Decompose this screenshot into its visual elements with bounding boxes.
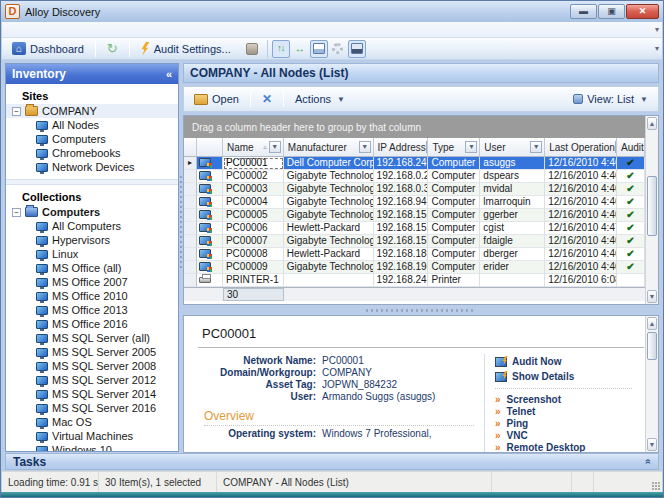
preview-pane-toggle[interactable]	[348, 40, 366, 58]
toolbar-overflow-chevron-icon[interactable]: ▾	[655, 44, 662, 53]
cell-type[interactable]: Computer	[428, 261, 480, 274]
sidebar-collection-item[interactable]: MS SQL Server 2005	[6, 345, 178, 359]
cell-ip-address[interactable]: 192.168.155.1	[374, 235, 429, 248]
delete-button[interactable]: ✕	[256, 89, 278, 109]
cell-manufacturer[interactable]: Gigabyte Technology C	[284, 183, 374, 196]
cell-type[interactable]: Computer	[428, 248, 480, 261]
actions-dropdown-button[interactable]: Actions ▼	[289, 90, 351, 108]
cell-name[interactable]: PRINTER-1	[223, 274, 284, 287]
table-row[interactable]: PC00006 Hewlett-Packard 192.168.151.1 Co…	[184, 222, 645, 235]
cell-type[interactable]: Computer	[428, 235, 480, 248]
sidebar-collection-item[interactable]: MS Office 2013	[6, 303, 178, 317]
sidebar-collection-item[interactable]: MS SQL Server (all)	[6, 331, 178, 345]
horizontal-panes-toggle[interactable]: ↔	[291, 40, 309, 58]
title-bar[interactable]: D Alloy Discovery ▬ ▣ ✕	[1, 1, 663, 22]
close-button[interactable]: ✕	[626, 4, 659, 19]
tool-link[interactable]: » Telnet	[495, 406, 644, 417]
cell-ip-address[interactable]: 192.168.243.1	[374, 274, 429, 287]
cell-user[interactable]: dberger	[480, 248, 545, 261]
cell-audited[interactable]: ✔	[617, 222, 645, 235]
cell-manufacturer[interactable]: Gigabyte Technology C	[284, 209, 374, 222]
cell-user[interactable]: ggerber	[480, 209, 545, 222]
tool-link[interactable]: » Screenshot	[495, 394, 644, 405]
column-header-type[interactable]: Type ▼	[428, 138, 480, 156]
sidebar-collection-item[interactable]: MS SQL Server 2012	[6, 373, 178, 387]
sidebar-collection-item[interactable]: MS Office 2010	[6, 289, 178, 303]
cell-name[interactable]: PC00003	[223, 183, 284, 196]
cell-user[interactable]: cgist	[480, 222, 545, 235]
minimize-button[interactable]: ▬	[570, 4, 597, 19]
sidebar-collection-item[interactable]: Windows 10	[6, 443, 178, 451]
detail-vertical-scrollbar[interactable]: ▲ ▼	[645, 316, 658, 452]
table-row[interactable]: PC00007 Gigabyte Technology C 192.168.15…	[184, 235, 645, 248]
cell-last-operation[interactable]: 12/16/2010 6:08:2	[545, 274, 617, 287]
maximize-button[interactable]: ▣	[598, 4, 625, 19]
table-row[interactable]: PC00005 Gigabyte Technology C 192.168.15…	[184, 209, 645, 222]
dashboard-button[interactable]: ⌂ Dashboard	[6, 39, 90, 58]
sidebar-site-item[interactable]: Computers	[6, 132, 178, 146]
cell-type[interactable]: Printer	[428, 274, 480, 287]
cell-type[interactable]: Computer	[428, 209, 480, 222]
split-pane-toggle[interactable]	[310, 40, 328, 58]
column-header-ip-address[interactable]: IP Address ▼	[374, 138, 429, 156]
cell-name[interactable]: PC00005	[223, 209, 284, 222]
grid-detail-splitter[interactable]	[183, 305, 659, 315]
cell-type[interactable]: Computer	[428, 222, 480, 235]
cell-ip-address[interactable]: 192.168.194.1	[374, 261, 429, 274]
detail-action-link[interactable]: Audit Now	[495, 356, 644, 367]
table-row[interactable]: PC00003 Gigabyte Technology C 192.168.0.…	[184, 183, 645, 196]
column-header-audited[interactable]: Audite ▼	[617, 138, 645, 156]
table-row[interactable]: PC00008 Hewlett-Packard 192.168.180.2 Co…	[184, 248, 645, 261]
cell-ip-address[interactable]: 192.168.94.10	[374, 196, 429, 209]
cell-manufacturer[interactable]: Hewlett-Packard	[284, 248, 374, 261]
menu-item[interactable]	[6, 32, 18, 34]
cell-audited[interactable]: ✔	[617, 183, 645, 196]
tasks-collapse-icon[interactable]: »	[643, 459, 654, 465]
refresh-button[interactable]: ↻	[101, 39, 124, 58]
cell-audited[interactable]: ✔	[617, 248, 645, 261]
column-header-name[interactable]: Name ▵ ▼	[223, 138, 284, 156]
filter-dropdown-icon[interactable]: ▼	[530, 141, 542, 153]
scroll-down-icon[interactable]: ▼	[647, 290, 657, 303]
sidebar-collection-item[interactable]: MS Office 2016	[6, 317, 178, 331]
view-list-dropdown-button[interactable]: View: List ▼	[567, 90, 654, 108]
cell-last-operation[interactable]: 12/16/2010 4:46:3	[545, 248, 617, 261]
table-row[interactable]: PC00009 Gigabyte Technology C 192.168.19…	[184, 261, 645, 274]
detail-action-link[interactable]: Show Details	[495, 371, 644, 382]
sidebar-site-item[interactable]: All Nodes	[6, 118, 178, 132]
grid-vertical-scrollbar[interactable]: ▲ ▼	[645, 116, 658, 304]
cell-type[interactable]: Computer	[428, 196, 480, 209]
collapse-expander-icon[interactable]: −	[12, 107, 21, 116]
menu-item[interactable]	[30, 32, 42, 34]
menu-overflow-chevron-icon[interactable]: ▾	[655, 25, 662, 34]
menu-item[interactable]	[78, 32, 90, 34]
table-row[interactable]: PC00002 Gigabyte Technology C 192.168.0.…	[184, 170, 645, 183]
resize-grip[interactable]	[651, 481, 660, 490]
cell-name[interactable]: PC00002	[223, 170, 284, 183]
cell-type[interactable]: Computer	[428, 183, 480, 196]
cell-last-operation[interactable]: 12/16/2010 4:46:1	[545, 183, 617, 196]
cell-ip-address[interactable]: 192.168.0.3	[374, 183, 429, 196]
cell-last-operation[interactable]: 12/16/2010 4:46:3	[545, 235, 617, 248]
cell-audited[interactable]: ✔	[617, 235, 645, 248]
cell-manufacturer[interactable]	[284, 274, 374, 287]
cell-ip-address[interactable]: 192.168.243.1	[374, 157, 429, 170]
cell-name[interactable]: PC00006	[223, 222, 284, 235]
menu-item[interactable]	[66, 32, 78, 34]
cell-user[interactable]: dspears	[480, 170, 545, 183]
tool-link[interactable]: » Ping	[495, 418, 644, 429]
cell-name[interactable]: PC00001	[223, 157, 284, 170]
sidebar-collapse-icon[interactable]: «	[166, 68, 172, 80]
scroll-down-icon[interactable]: ▼	[647, 438, 657, 451]
cell-last-operation[interactable]: 12/16/2010 4:46:1	[545, 196, 617, 209]
tool-link[interactable]: » Remote Desktop	[495, 442, 644, 453]
audit-settings-button[interactable]: Audit Settings...	[135, 39, 237, 59]
cell-last-operation[interactable]: 12/16/2010 4:46:2	[545, 209, 617, 222]
settings-toggle[interactable]	[329, 40, 347, 58]
menu-item[interactable]	[42, 32, 54, 34]
collapse-expander-icon[interactable]: −	[12, 208, 21, 217]
cell-manufacturer[interactable]: Dell Computer Corporat	[284, 157, 374, 170]
cell-last-operation[interactable]: 12/16/2010 4:46:4	[545, 261, 617, 274]
cell-last-operation[interactable]: 12/16/2010 4:46:0	[545, 157, 617, 170]
sidebar-collection-item[interactable]: Virtual Machines	[6, 429, 178, 443]
